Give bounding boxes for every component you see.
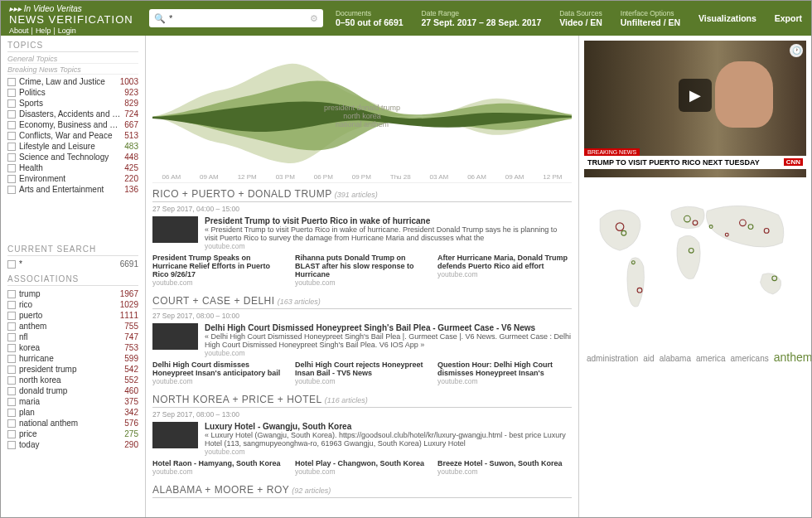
facet-row[interactable]: Politics923	[7, 87, 138, 98]
checkbox[interactable]	[7, 132, 16, 140]
sub-article[interactable]: Breeze Hotel - Suwon, South Koreayoutube…	[437, 459, 572, 476]
cluster-header[interactable]: COURT + CASE + DELHI (163 articles)	[152, 295, 572, 309]
clock-icon[interactable]: 🕐	[790, 44, 803, 57]
brand-link[interactable]: About	[9, 27, 29, 35]
lead-article[interactable]: President Trump to visit Puerto Rico in …	[152, 216, 572, 250]
facet-row[interactable]: Sports829	[7, 98, 138, 109]
cluster-header[interactable]: NORTH KOREA + PRICE + HOTEL (116 article…	[152, 394, 572, 408]
facet-label: rico	[19, 300, 117, 309]
checkbox[interactable]	[7, 333, 16, 341]
checkbox[interactable]	[7, 441, 16, 449]
facet-row[interactable]: Crime, Law and Justice1003	[7, 76, 138, 87]
checkbox[interactable]	[7, 143, 16, 151]
checkbox[interactable]	[7, 387, 16, 395]
facet-row[interactable]: puerto1111	[7, 310, 138, 321]
checkbox[interactable]	[7, 355, 16, 363]
gear-icon[interactable]: ⚙	[310, 13, 318, 24]
cloud-word[interactable]: alabama	[660, 354, 691, 363]
facet-row[interactable]: maria375	[7, 396, 138, 407]
facet-row[interactable]: Arts and Entertainment136	[7, 184, 138, 195]
sub-article[interactable]: President Trump Speaks on Hurricane Reli…	[152, 254, 287, 287]
facet-row[interactable]: north korea552	[7, 375, 138, 385]
sub-article[interactable]: Rihanna puts Donald Trump on BLAST after…	[295, 254, 429, 287]
checkbox[interactable]	[7, 398, 16, 406]
lead-article[interactable]: Luxury Hotel - Gwangju, South Korea« Lux…	[152, 422, 572, 456]
facet-row[interactable]: today290	[7, 439, 138, 450]
meta-item[interactable]: Visualizations	[698, 13, 756, 23]
cluster-header[interactable]: ALABAMA + MOORE + ROY (92 articles)	[152, 484, 572, 498]
world-map[interactable]	[584, 184, 806, 329]
checkbox[interactable]	[7, 110, 16, 119]
checkbox[interactable]	[7, 164, 16, 172]
facet-row[interactable]: president trump542	[7, 364, 138, 375]
brand-link[interactable]: Login	[58, 27, 76, 35]
facet-row[interactable]: plan342	[7, 407, 138, 418]
facet-row[interactable]: rico1029	[7, 299, 138, 310]
facet-row[interactable]: trump1967	[7, 288, 138, 299]
meta-item[interactable]: Date Range27 Sept. 2017 – 28 Sept. 2017	[422, 9, 542, 27]
checkbox[interactable]	[7, 322, 16, 331]
facet-row[interactable]: Health425	[7, 162, 138, 173]
cloud-word[interactable]: america	[696, 354, 726, 363]
sub-article[interactable]: Question Hour: Delhi High Court dismisse…	[437, 361, 572, 385]
meta-item[interactable]: Documents0–50 out of 6691	[336, 9, 404, 27]
search: 🔍 * ⚙	[146, 1, 326, 36]
checkbox[interactable]	[7, 312, 16, 320]
sub-article[interactable]: Delhi High Court rejects Honeypreet Insa…	[295, 361, 429, 385]
facet-row[interactable]: korea753	[7, 342, 138, 353]
play-icon[interactable]: ▶	[679, 79, 712, 112]
checkbox[interactable]	[7, 89, 16, 97]
facet-label: Crime, Law and Justice	[19, 77, 117, 86]
facet-count: 342	[124, 408, 138, 417]
facet-row[interactable]: hurricane599	[7, 353, 138, 364]
cloud-word[interactable]: americans	[731, 354, 769, 363]
facet-row[interactable]: Disasters, Accidents and Eme...724	[7, 109, 138, 119]
cloud-word[interactable]: aid	[643, 354, 654, 363]
sub-article[interactable]: Delhi High Court dismisses Honeypreet In…	[152, 361, 287, 385]
facet-row[interactable]: Lifestyle and Leisure483	[7, 141, 138, 152]
search-input[interactable]	[176, 13, 310, 23]
facet-row[interactable]: donald trump460	[7, 385, 138, 396]
sub-article[interactable]: Hotel Play - Changwon, South Koreayoutub…	[295, 459, 429, 476]
video-player[interactable]: 🕐 ▶ BREAKING NEWS TRUMP TO VISIT PUERTO …	[584, 41, 806, 177]
checkbox[interactable]	[7, 260, 16, 269]
cluster-header[interactable]: RICO + PUERTO + DONALD TRUMP (391 articl…	[152, 188, 572, 202]
cloud-word[interactable]: administration	[587, 354, 638, 363]
facet-row[interactable]: anthem755	[7, 321, 138, 332]
checkbox[interactable]	[7, 153, 16, 162]
lead-article[interactable]: Delhi High Court Dismissed Honeypreet Si…	[152, 323, 572, 357]
checkbox[interactable]	[7, 419, 16, 428]
facet-row[interactable]: national anthem576	[7, 418, 138, 428]
brand-link[interactable]: Help	[36, 27, 51, 35]
facet-count: 753	[124, 343, 138, 352]
checkbox[interactable]	[7, 186, 16, 194]
checkbox[interactable]	[7, 99, 16, 108]
meta-item[interactable]: Export	[775, 13, 802, 23]
facet-row[interactable]: Environment220	[7, 173, 138, 184]
checkbox[interactable]	[7, 290, 16, 298]
facet-row[interactable]: price275	[7, 428, 138, 439]
checkbox[interactable]	[7, 301, 16, 309]
checkbox[interactable]	[7, 121, 16, 129]
checkbox[interactable]	[7, 344, 16, 352]
checkbox[interactable]	[7, 78, 16, 86]
search-box[interactable]: 🔍 * ⚙	[149, 9, 323, 27]
facet-row[interactable]: Conflicts, War and Peace513	[7, 130, 138, 141]
timeline-chart[interactable]: president donald trumpnorth koreanationa…	[152, 42, 572, 183]
facet-row[interactable]: Science and Technology448	[7, 152, 138, 162]
checkbox[interactable]	[7, 409, 16, 417]
meta-item[interactable]: Data SourcesVideo / EN	[559, 9, 602, 27]
facet-row[interactable]: Economy, Business and Finan...667	[7, 119, 138, 130]
clusters: RICO + PUERTO + DONALD TRUMP (391 articl…	[152, 188, 572, 498]
checkbox[interactable]	[7, 366, 16, 374]
sub-article[interactable]: After Hurricane Maria, Donald Trump defe…	[437, 254, 572, 287]
sub-article[interactable]: Hotel Raon - Hamyang, South Koreayoutube…	[152, 459, 287, 476]
checkbox[interactable]	[7, 376, 16, 385]
current-row[interactable]: * 6691	[7, 259, 138, 269]
facet-label: Health	[19, 163, 121, 172]
facet-row[interactable]: nfl747	[7, 332, 138, 342]
checkbox[interactable]	[7, 175, 16, 183]
checkbox[interactable]	[7, 430, 16, 438]
meta-item[interactable]: Interface OptionsUnfiltered / EN	[621, 9, 680, 27]
cloud-word[interactable]: anthem	[774, 351, 811, 364]
